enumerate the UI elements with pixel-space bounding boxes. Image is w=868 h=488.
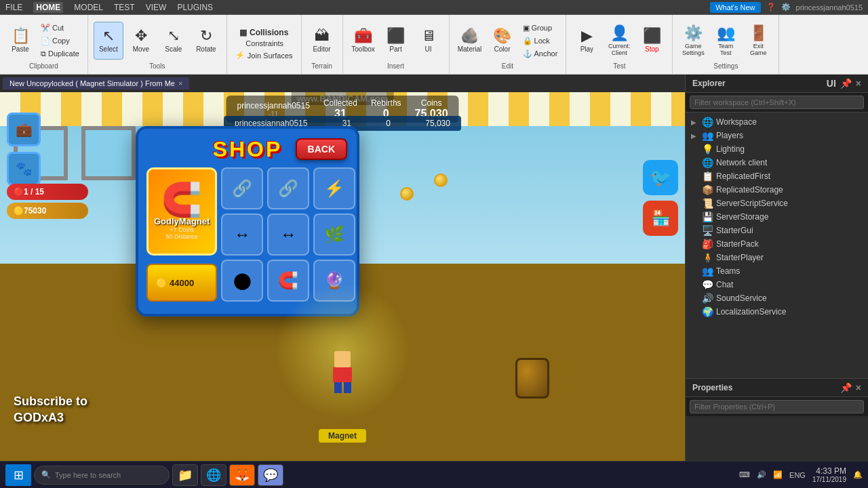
constraints-button[interactable]: Constraints (244, 39, 283, 47)
toolbox-button[interactable]: 🧰 Toolbox (349, 22, 378, 60)
duplicate-button[interactable]: ⧉ Duplicate (38, 48, 82, 60)
shop-item-9[interactable]: 🔮 (313, 260, 355, 302)
tree-item-networkclient[interactable]: 🌐 Network client (686, 156, 868, 169)
featured-item[interactable]: 🧲 GodlyMagnet +7 Coins50 Distance (146, 167, 217, 256)
move-button[interactable]: ✥ Move (126, 22, 156, 60)
tree-item-startergui[interactable]: 🖥️ StarterGui (686, 224, 868, 237)
rotate-button[interactable]: ↻ Rotate (191, 22, 221, 60)
select-button[interactable]: ↖ Select (94, 22, 123, 60)
notifications-icon[interactable]: 🔔 (853, 470, 863, 479)
menu-test[interactable]: TEST (114, 3, 135, 12)
shop-button[interactable]: 🏪 (643, 201, 678, 236)
collisions-button[interactable]: ▦ Collisions (239, 28, 288, 37)
tree-item-localization[interactable]: 🌍 LocalizationService (686, 305, 868, 319)
tree-item-starterplayer[interactable]: 🧍 StarterPlayer (686, 251, 868, 264)
test-section: ▶ Play 👤 Current:Client ⬛ Stop Test (566, 15, 673, 74)
username-display: princessjannah0515 (237, 101, 309, 110)
game-settings-icon: ⚙️ (684, 26, 703, 41)
settings-icon[interactable]: ⚙️ (781, 3, 791, 12)
team-test-icon: 👥 (717, 26, 735, 41)
ui-button[interactable]: 🖥 UI (414, 22, 443, 60)
shop-item-6[interactable]: 🌿 (313, 214, 355, 256)
shop-item-1[interactable]: 🔗 (221, 167, 263, 209)
tree-item-workspace[interactable]: ▶ 🌐 Workspace (686, 115, 868, 129)
search-placeholder: Type here to search (55, 471, 121, 479)
close-tab-icon[interactable]: × (178, 79, 182, 87)
shop-item-4[interactable]: ↔ (221, 214, 263, 256)
explorer-ui-icon[interactable]: UI (827, 78, 836, 89)
settings-section: ⚙️ Game Settings 👥 Team Test 🚪 Exit Game… (673, 15, 779, 74)
start-button[interactable]: ⊞ (5, 464, 31, 486)
tree-item-chat[interactable]: 💬 Chat (686, 278, 868, 291)
properties-title: Properties (692, 383, 732, 392)
scale-button[interactable]: ⤡ Scale (159, 22, 189, 60)
shop-item-5[interactable]: ↔ (267, 214, 309, 256)
tree-item-teams[interactable]: 👥 Teams (686, 264, 868, 278)
taskbar-app-firefox[interactable]: 🦊 (229, 464, 255, 486)
color-button[interactable]: 🎨 Color (488, 22, 517, 60)
tree-item-players[interactable]: ▶ 👥 Players (686, 129, 868, 142)
back-button[interactable]: BACK (296, 138, 347, 160)
join-surfaces-button[interactable]: ⚡ Join Surfaces (233, 49, 296, 61)
props-pin-icon[interactable]: 📌 (840, 382, 852, 393)
tree-item-replicatedstorage[interactable]: 📦 ReplicatedStorage (686, 183, 868, 197)
explorer-pin-icon[interactable]: 📌 (840, 78, 852, 89)
char-leg-right (344, 382, 351, 393)
username-label: princessjannah0515 (796, 3, 863, 12)
explorer-close-icon[interactable]: × (856, 78, 861, 89)
taskbar-search[interactable]: 🔍 Type here to search (34, 466, 170, 485)
hud-icon-bag[interactable]: 💼 (7, 113, 41, 146)
part-button[interactable]: ⬛ Part (381, 22, 411, 60)
serverscript-icon: 📜 (702, 198, 713, 209)
anchor-button[interactable]: ⚓ Anchor (520, 48, 561, 60)
team-test-button[interactable]: 👥 Team Test (711, 22, 741, 60)
group-button[interactable]: ▣ Group (520, 22, 561, 34)
game-tab[interactable]: New Uncopylocked ( Magnet Simulator ) Fr… (3, 77, 189, 89)
tree-item-serverstorage[interactable]: 💾 ServerStorage (686, 210, 868, 224)
paste-button[interactable]: 📋 Paste (5, 22, 35, 60)
play-button[interactable]: ▶ Play (572, 22, 601, 60)
menu-plugins[interactable]: PLUGINS (177, 3, 213, 12)
exit-game-icon: 🚪 (749, 26, 768, 41)
whats-new-button[interactable]: What's New (710, 2, 760, 13)
taskbar-app-files[interactable]: 📁 (172, 464, 198, 486)
help-icon[interactable]: ❓ (766, 3, 776, 12)
exit-game-button[interactable]: 🚪 Exit Game (743, 22, 773, 60)
shop-item-3[interactable]: ⚡ (313, 167, 355, 209)
networkclient-icon: 🌐 (702, 157, 713, 168)
stop-button[interactable]: ⬛ Stop (637, 22, 667, 60)
menu-home[interactable]: HOME (33, 2, 63, 13)
tree-item-lighting[interactable]: 💡 Lighting (686, 142, 868, 156)
properties-search-input[interactable] (690, 400, 864, 413)
menu-file[interactable]: FILE (5, 3, 22, 12)
props-close-icon[interactable]: × (856, 382, 861, 393)
shop-item-2[interactable]: 🔗 (267, 167, 309, 209)
menu-view[interactable]: VIEW (146, 3, 167, 12)
hud-icon-paw[interactable]: 🐾 (7, 152, 41, 186)
buy-button[interactable]: 🟡 44000 (146, 264, 217, 302)
menu-model[interactable]: MODEL (74, 3, 103, 12)
tree-item-soundservice[interactable]: 🔊 SoundService (686, 291, 868, 305)
tree-item-replicatedfirst[interactable]: 📋 ReplicatedFirst (686, 169, 868, 183)
copy-button[interactable]: 📄 Copy (38, 35, 82, 47)
network-icon[interactable]: 📶 (773, 470, 783, 479)
game-settings-button[interactable]: ⚙️ Game Settings (678, 22, 708, 60)
speaker-icon[interactable]: 🔊 (757, 470, 766, 479)
tree-item-starterpack[interactable]: 🎒 StarterPack (686, 237, 868, 251)
shop-item-7[interactable]: ⬤ (221, 260, 263, 302)
tree-item-serverscript[interactable]: 📜 ServerScriptService (686, 197, 868, 210)
lock-button[interactable]: 🔒 Lock (520, 35, 561, 47)
join-surfaces-icon: ⚡ (235, 51, 245, 60)
editor-button[interactable]: 🏔 Editor (307, 22, 337, 60)
taskbar-app-browser[interactable]: 🌐 (201, 464, 226, 486)
shop-item-8[interactable]: 🧲 (267, 260, 309, 302)
taskbar-app-discord[interactable]: 💬 (258, 464, 283, 486)
material-button[interactable]: 🪨 Material (455, 22, 485, 60)
current-client-button[interactable]: 👤 Current:Client (604, 22, 634, 60)
explorer-search-input[interactable] (690, 96, 864, 109)
twitter-button[interactable]: 🐦 (643, 160, 678, 195)
cut-button[interactable]: ✂️ Cut (38, 22, 82, 34)
chat-icon: 💬 (702, 279, 713, 290)
language-label: ENG (789, 471, 806, 479)
char-leg-left (334, 382, 342, 393)
